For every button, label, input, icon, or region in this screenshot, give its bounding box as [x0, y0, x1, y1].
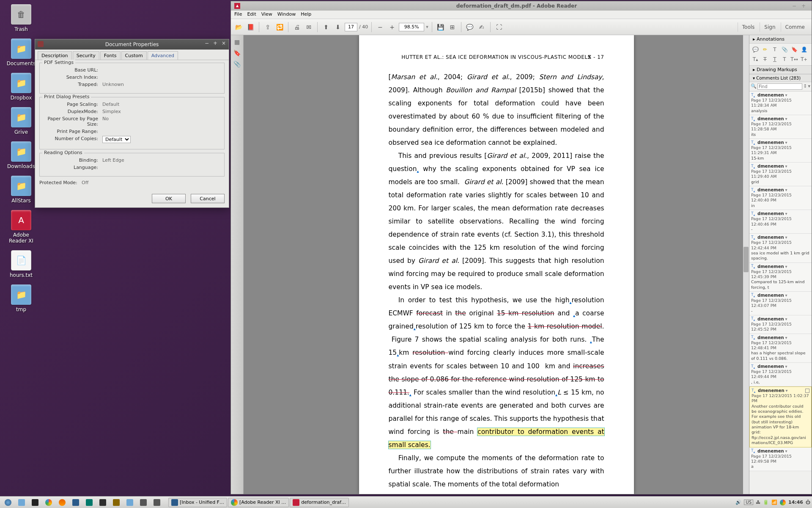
- comment-panel-button[interactable]: Comme: [781, 22, 809, 32]
- tab-fonts[interactable]: Fonts: [100, 51, 121, 60]
- maximize-button[interactable]: +: [212, 40, 219, 47]
- desktop-icon-allstars[interactable]: 📁AllStars: [4, 176, 38, 204]
- tools-panel-button[interactable]: Tools: [738, 22, 759, 32]
- clock[interactable]: 14:46: [788, 500, 803, 505]
- organize-button[interactable]: ⊞: [447, 22, 458, 32]
- launcher-app3[interactable]: [110, 498, 123, 507]
- comment-item[interactable]: T▴ dmenemen ▾Page 17 12/23/2015 12:48:41…: [749, 334, 812, 363]
- stamp-icon[interactable]: 🔖: [790, 45, 798, 54]
- comments-list-header[interactable]: ▾ Comments List (283): [749, 74, 812, 82]
- thumbnails-icon[interactable]: ▦: [233, 39, 241, 47]
- desktop-icon-hours[interactable]: 📄hours.txt: [4, 250, 38, 278]
- menu-view[interactable]: View: [261, 11, 272, 18]
- menu-window[interactable]: Window: [277, 11, 296, 18]
- copies-select[interactable]: Default: [102, 136, 131, 143]
- comment-item[interactable]: T▴ dmenemen ▾Page 17 12/23/2015 12:45:39…: [749, 263, 812, 292]
- record-icon[interactable]: 👤: [800, 45, 808, 54]
- page-up-button[interactable]: ⬆: [321, 22, 331, 32]
- comment-button[interactable]: 💬: [465, 22, 475, 32]
- dropdown-icon[interactable]: ▾: [785, 293, 787, 298]
- keyboard-indicator[interactable]: US: [744, 500, 753, 505]
- reader-titlebar[interactable]: ▲ deformation_draft_dm.pdf - Adobe Reade…: [231, 1, 812, 11]
- scrollbar[interactable]: [743, 35, 749, 494]
- filter-icon[interactable]: ▾: [808, 83, 810, 90]
- desktop-icon-adobe[interactable]: AAdobe Reader XI: [4, 210, 38, 244]
- launcher-chrome[interactable]: [42, 498, 55, 507]
- close-button[interactable]: ×: [220, 40, 227, 47]
- comment-item[interactable]: T▴ dmenemen ▾Page 17 12/23/2015 12:42:44…: [749, 234, 812, 262]
- minimize-button[interactable]: −: [203, 40, 210, 47]
- document-area[interactable]: HUTTER ET AL.: SEA ICE DEFORMATION IN VI…: [244, 35, 749, 494]
- comment-item[interactable]: T▴ dmenemen ▾Page 17 12/23/2015 1:02:37 …: [749, 387, 812, 447]
- dialog-titlebar[interactable]: Document Properties − + ×: [35, 39, 229, 50]
- comment-item[interactable]: T▴ dmenemen ▾Page 17 12/23/2015 12:45:52…: [749, 315, 812, 334]
- save-as-button[interactable]: 💾: [436, 22, 446, 32]
- launcher-app1[interactable]: [83, 498, 96, 507]
- task-reader[interactable]: deformation_draf…: [290, 498, 349, 507]
- dropdown-icon[interactable]: ▾: [785, 163, 787, 169]
- chrome-tray-icon[interactable]: [780, 500, 786, 505]
- battery-icon[interactable]: 🔋: [763, 500, 769, 505]
- dropdown-icon[interactable]: ▾: [786, 388, 788, 393]
- comment-item[interactable]: T▴ dmenemen ▾Page 17 12/23/2015 11:29:31…: [749, 139, 812, 163]
- dropdown-icon[interactable]: ▾: [785, 187, 787, 193]
- zoom-dropdown-icon[interactable]: ▾: [426, 24, 428, 30]
- start-button[interactable]: [2, 498, 14, 507]
- tab-advanced[interactable]: Advanced: [148, 51, 178, 60]
- comment-item[interactable]: T▴ dmenemen ▾Page 17 12/23/2015 12:40:40…: [749, 186, 812, 210]
- dropdown-icon[interactable]: ▾: [785, 235, 787, 240]
- dropdown-icon[interactable]: ▾: [785, 264, 787, 269]
- dropdown-icon[interactable]: ▾: [785, 211, 787, 216]
- launcher-app4[interactable]: [123, 498, 136, 507]
- comment-item[interactable]: T▴ dmenemen ▾Page 17 12/23/2015 11:29:40…: [749, 163, 812, 186]
- comment-list[interactable]: T▴ dmenemen ▾Page 17 12/23/2015 11:28:34…: [749, 91, 812, 494]
- sticky-note-icon[interactable]: 💬: [751, 45, 760, 54]
- task-chrome[interactable]: [Adobe Reader XI …: [228, 498, 289, 507]
- page-number-input[interactable]: [345, 23, 357, 31]
- ok-button[interactable]: OK: [152, 194, 186, 203]
- launcher-app5[interactable]: [137, 498, 150, 507]
- zoom-input[interactable]: [399, 23, 424, 31]
- drawing-markups-header[interactable]: ▸ Drawing Markups: [749, 66, 812, 74]
- dropdown-icon[interactable]: ▾: [785, 116, 787, 121]
- tab-security[interactable]: Security: [73, 51, 99, 60]
- desktop-icon-dropbox[interactable]: 📁Dropbox: [4, 73, 38, 101]
- scroll-thumb[interactable]: [743, 247, 749, 272]
- attach-icon[interactable]: 📎: [780, 45, 789, 54]
- minimize-button[interactable]: −: [792, 3, 796, 9]
- export-button[interactable]: ⇪: [263, 22, 273, 32]
- read-mode-button[interactable]: ⛶: [494, 22, 504, 32]
- wifi-icon[interactable]: 📶: [771, 500, 777, 505]
- strikethrough-icon[interactable]: T: [761, 55, 769, 64]
- power-icon[interactable]: ⏻: [806, 500, 810, 505]
- save-button[interactable]: 📕: [245, 22, 255, 32]
- email-button[interactable]: ✉: [304, 22, 314, 32]
- comment-item[interactable]: T▴ dmenemen ▾Page 17 12/23/2015 12:40:46…: [749, 210, 812, 234]
- network-icon[interactable]: 🖧: [756, 500, 760, 505]
- dropdown-icon[interactable]: ▾: [785, 448, 787, 454]
- menu-help[interactable]: Help: [301, 11, 311, 18]
- volume-icon[interactable]: 🔊: [735, 500, 741, 505]
- dropdown-icon[interactable]: ▾: [785, 316, 787, 322]
- dropdown-icon[interactable]: ▾: [785, 92, 787, 98]
- launcher-thunderbird[interactable]: [69, 498, 82, 507]
- sign-button[interactable]: ✍: [477, 22, 487, 32]
- add-note-icon[interactable]: T: [780, 55, 789, 64]
- open-button[interactable]: 📂: [233, 22, 244, 32]
- comment-item[interactable]: T▴ dmenemen ▾Page 17 12/23/2015 11:28:34…: [749, 91, 812, 115]
- menu-file[interactable]: File: [234, 11, 242, 18]
- desktop-icon-trash[interactable]: 🗑Trash: [4, 4, 38, 32]
- task-thunderbird[interactable]: [Inbox - Unified F…: [168, 498, 227, 507]
- replace-icon[interactable]: T↔: [790, 55, 798, 64]
- bookmarks-icon[interactable]: 🔖: [233, 50, 241, 58]
- find-input[interactable]: [757, 83, 802, 90]
- zoom-in-button[interactable]: +: [387, 22, 397, 32]
- desktop-icon-documents[interactable]: 📁Documents: [4, 39, 38, 66]
- dropdown-icon[interactable]: ▾: [785, 140, 787, 145]
- insert-text-icon[interactable]: T▴: [751, 55, 760, 64]
- comment-item[interactable]: T▴ dmenemen ▾Page 17 12/23/2015 12:49:58…: [749, 447, 812, 471]
- maximize-button[interactable]: +: [801, 3, 806, 9]
- convert-button[interactable]: 🔁: [274, 22, 285, 32]
- desktop-icon-grive[interactable]: 📁Grive: [4, 107, 38, 135]
- dropdown-icon[interactable]: ▾: [785, 364, 787, 369]
